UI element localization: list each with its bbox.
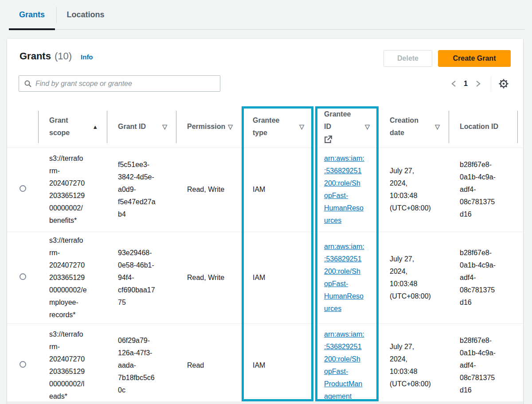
- grantee-id-cell: arn:aws:iam: :536829251 200:role/Sh opFa…: [313, 232, 379, 323]
- location-id-cell: b28f67e8- 0a1b-4c9a- adf4- 08c781375 d16: [449, 232, 517, 323]
- table-row: s3://terrafo rm- 202407270 203365129 000…: [7, 232, 523, 323]
- grantee-id-cell: arn:aws:iam: :536829251 200:role/Sh opFa…: [313, 148, 379, 232]
- tab-bar: Grants Locations: [0, 0, 532, 30]
- column-header-grantee-type[interactable]: Grantee type▽: [242, 106, 313, 148]
- external-link-icon: [324, 136, 332, 144]
- pager-divider: [491, 75, 491, 92]
- table-row: s3://terrafo rm- 202407270 203365129 000…: [7, 323, 523, 404]
- grant-id-cell: 93e29468- 0e58-46b1- 94f4- cf690baa17 75: [107, 232, 176, 323]
- grantee-id-link[interactable]: arn:aws:iam: :536829251 200:role/Sh opFa…: [324, 330, 364, 400]
- search-input[interactable]: [35, 80, 215, 88]
- pagination: 1: [448, 75, 509, 92]
- permission-cell: Read: [176, 323, 242, 404]
- next-page-button[interactable]: [472, 78, 484, 90]
- sort-icon[interactable]: ▽: [299, 123, 304, 130]
- creation-date-cell: July 27, 2024, 10:03:48 (UTC+08:00): [379, 148, 449, 232]
- prev-page-button[interactable]: [448, 78, 459, 90]
- panel-actions: Delete Create Grant: [383, 50, 511, 67]
- grant-scope-cell: s3://terrafo rm- 202407270 203365129 000…: [38, 323, 107, 404]
- active-tab-underline: [9, 28, 55, 30]
- column-header-grant-scope[interactable]: Grant scope▲: [38, 106, 107, 148]
- grantee-type-cell: IAM: [242, 232, 313, 323]
- grantee-type-cell: IAM: [242, 323, 313, 404]
- search-icon: [24, 80, 31, 87]
- row-select-cell: [7, 232, 38, 323]
- grantee-id-cell: arn:aws:iam: :536829251 200:role/Sh opFa…: [313, 323, 379, 404]
- table-row: s3://terrafo rm- 202407270 203365129 000…: [7, 148, 523, 232]
- create-grant-button[interactable]: Create Grant: [438, 50, 511, 67]
- grantee-id-link[interactable]: arn:aws:iam: :536829251 200:role/Sh opFa…: [324, 243, 364, 312]
- grants-count: (10): [55, 50, 72, 62]
- grantee-id-link[interactable]: arn:aws:iam: :536829251 200:role/Sh opFa…: [324, 155, 364, 224]
- column-header-creation-date[interactable]: Creation date▽: [379, 106, 449, 148]
- tab-locations[interactable]: Locations: [57, 6, 114, 23]
- row-radio[interactable]: [20, 185, 26, 192]
- table-header-row: Grant scope▲ Grant ID▽ Permission▽ Grant…: [7, 106, 523, 148]
- column-header-grant-id[interactable]: Grant ID▽: [107, 106, 176, 148]
- gear-icon[interactable]: [498, 78, 509, 89]
- row-select-cell: [7, 148, 38, 232]
- location-id-cell: b28f67e8- 0a1b-4c9a- adf4- 08c781375 d16: [449, 148, 517, 232]
- grant-id-cell: 06f29a79- 126a-47f3- aada- 7b18fbc5c6 0c: [107, 323, 176, 404]
- delete-button[interactable]: Delete: [383, 50, 432, 67]
- grant-scope-cell: s3://terrafo rm- 202407270 203365129 000…: [38, 232, 107, 323]
- select-column-header: [7, 106, 38, 148]
- permission-cell: Read, Write: [176, 232, 242, 323]
- table-bottom-scrollbar-area: [7, 401, 523, 404]
- sort-icon[interactable]: ▽: [228, 123, 233, 130]
- grants-panel: Grants (10) Info Delete Create Grant 1 G…: [7, 39, 523, 404]
- creation-date-cell: July 27, 2024, 10:03:48 (UTC+08:00): [379, 323, 449, 404]
- grant-id-cell: f5c51ee3- 3842-4d5e- a0d9- f5e47ed27a b4: [107, 148, 176, 232]
- sort-icon[interactable]: ▽: [435, 123, 440, 130]
- info-link[interactable]: Info: [81, 53, 93, 61]
- sort-icon[interactable]: ▽: [365, 123, 370, 130]
- panel-title: Grants (10) Info: [20, 50, 93, 62]
- tab-grants[interactable]: Grants: [9, 6, 55, 23]
- column-header-stub: [517, 106, 523, 148]
- row-radio[interactable]: [20, 273, 26, 280]
- grants-table: Grant scope▲ Grant ID▽ Permission▽ Grant…: [7, 106, 523, 404]
- creation-date-cell: July 27, 2024, 10:03:48 (UTC+08:00): [379, 232, 449, 323]
- column-header-location-id[interactable]: Location ID: [449, 106, 517, 148]
- row-radio[interactable]: [20, 361, 26, 368]
- grant-scope-cell: s3://terrafo rm- 202407270 203365129 000…: [38, 148, 107, 232]
- column-header-permission[interactable]: Permission▽: [176, 106, 242, 148]
- sort-icon[interactable]: ▽: [162, 123, 167, 130]
- permission-cell: Read, Write: [176, 148, 242, 232]
- panel-heading: Grants: [20, 50, 51, 62]
- column-header-grantee-id[interactable]: Grantee ID▽: [313, 106, 379, 148]
- current-page[interactable]: 1: [464, 80, 468, 88]
- sort-ascending-icon[interactable]: ▲: [92, 124, 98, 130]
- row-select-cell: [7, 323, 38, 404]
- tabbar-divider: [9, 29, 525, 30]
- grantee-type-cell: IAM: [242, 148, 313, 232]
- location-id-cell: b28f67e8- 0a1b-4c9a- adf4- 08c781375 d16: [449, 323, 517, 404]
- search-box[interactable]: [19, 75, 220, 92]
